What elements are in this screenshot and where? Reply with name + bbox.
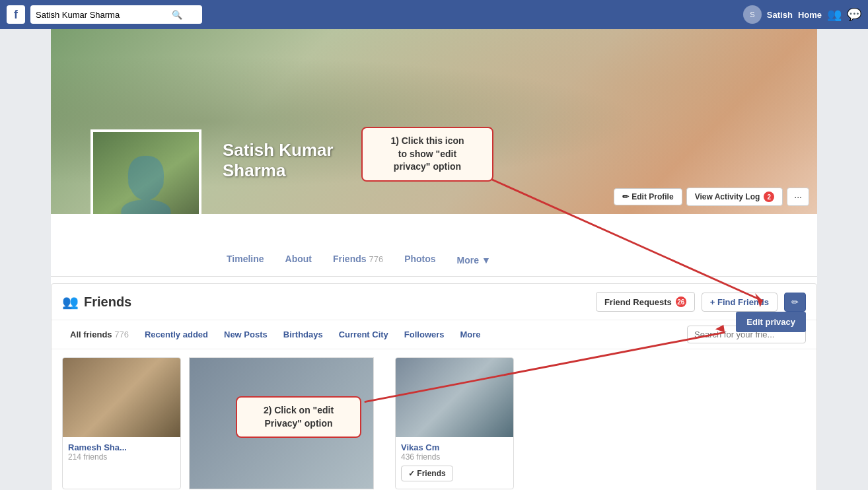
friend-requests-badge: 26 xyxy=(676,297,686,307)
avatar: S xyxy=(743,5,762,24)
nav-home-link[interactable]: Home xyxy=(798,10,822,20)
profile-photo-image xyxy=(93,132,199,214)
friend-info-2: Vikas Cm 436 friends ✓ Friends xyxy=(396,437,513,487)
profile-name-line1: Satish Kumar xyxy=(223,140,334,160)
friends-check-button[interactable]: ✓ Friends xyxy=(401,466,453,481)
subnav-birthdays[interactable]: Birthdays xyxy=(275,326,331,343)
more-options-button[interactable]: ··· xyxy=(787,188,809,206)
friend-photo-1[interactable] xyxy=(63,358,180,437)
nav-user-name: Satish xyxy=(767,10,793,20)
profile-name-cover: Satish Kumar Sharma xyxy=(223,140,334,181)
friends-subnav: All friends 776 Recently added New Posts… xyxy=(52,320,816,349)
friends-header: 👥 Friends Friend Requests 26 + Find Frie… xyxy=(52,284,816,320)
edit-privacy-dropdown[interactable]: Edit privacy xyxy=(736,312,806,332)
friend-name-1[interactable]: Ramesh Sha... xyxy=(68,442,175,452)
cover-buttons: ✏ Edit Profile View Activity Log 2 ··· xyxy=(614,188,809,206)
friend-card-1: Ramesh Sha... 214 friends xyxy=(62,357,181,489)
navbar-right: S Satish Home 👥 💬 xyxy=(743,5,861,24)
friend-photo-2[interactable] xyxy=(396,358,513,437)
search-icon: 🔍 xyxy=(172,10,182,20)
subnav-followers[interactable]: Followers xyxy=(396,326,452,343)
nav-more-dropdown[interactable]: More ▼ xyxy=(447,246,501,275)
navbar: f 🔍 S Satish Home 👥 💬 xyxy=(0,0,868,29)
facebook-logo: f xyxy=(7,5,25,24)
profile-name-line2: Sharma xyxy=(223,160,334,181)
friends-icon[interactable]: 👥 xyxy=(827,7,842,22)
main-wrapper: Satish Kumar Sharma ✏ Edit Profile View … xyxy=(51,29,817,490)
subnav-new-posts[interactable]: New Posts xyxy=(216,326,275,343)
view-activity-log-button[interactable]: View Activity Log 2 xyxy=(686,188,783,206)
subnav-more[interactable]: More xyxy=(452,326,489,343)
friend-name-2[interactable]: Vikas Cm xyxy=(401,442,508,452)
friends-grid: Ramesh Sha... 214 friends Vikas Cm 436 f… xyxy=(52,349,816,490)
edit-profile-button[interactable]: ✏ Edit Profile xyxy=(614,188,682,205)
nav-about[interactable]: About xyxy=(275,244,322,275)
friend-count-1: 214 friends xyxy=(68,452,175,462)
nav-timeline[interactable]: Timeline xyxy=(216,244,275,275)
nav-photos[interactable]: Photos xyxy=(394,244,446,275)
edit-button-wrapper: ✏ Edit privacy xyxy=(784,293,806,312)
profile-nav: Timeline About Friends 776 Photos More ▼ xyxy=(51,244,817,277)
subnav-current-city[interactable]: Current City xyxy=(331,326,396,343)
search-input[interactable] xyxy=(36,10,168,20)
page-container: f 🔍 S Satish Home 👥 💬 Satish Kumar Shar xyxy=(0,0,868,490)
friend-count-2: 436 friends xyxy=(401,452,508,462)
edit-pencil-button[interactable]: ✏ xyxy=(784,293,806,312)
messages-icon[interactable]: 💬 xyxy=(847,7,861,22)
profile-picture[interactable] xyxy=(90,129,201,214)
subnav-all-friends[interactable]: All friends 776 xyxy=(62,326,137,343)
subnav-recently-added[interactable]: Recently added xyxy=(137,326,216,343)
pencil-icon: ✏ xyxy=(622,192,629,201)
navbar-search-box[interactable]: 🔍 xyxy=(30,5,202,24)
friend-requests-button[interactable]: Friend Requests 26 xyxy=(596,292,695,312)
friends-icon: 👥 xyxy=(62,294,79,310)
annotation-box-2: 2) Click on "edit Privacy" option xyxy=(236,396,361,438)
activity-badge: 2 xyxy=(764,192,774,202)
annotation-box-1: 1) Click this icon to show "edit privacy… xyxy=(361,127,493,182)
friends-title: 👥 Friends xyxy=(62,294,131,310)
friends-section: 👥 Friends Friend Requests 26 + Find Frie… xyxy=(51,283,817,490)
cover-photo: Satish Kumar Sharma ✏ Edit Profile View … xyxy=(51,29,817,214)
friend-info-1: Ramesh Sha... 214 friends xyxy=(63,437,180,467)
nav-friends[interactable]: Friends 776 xyxy=(322,244,394,275)
friend-card-2: Vikas Cm 436 friends ✓ Friends xyxy=(395,357,514,489)
find-friends-button[interactable]: + Find Friends xyxy=(702,293,778,312)
